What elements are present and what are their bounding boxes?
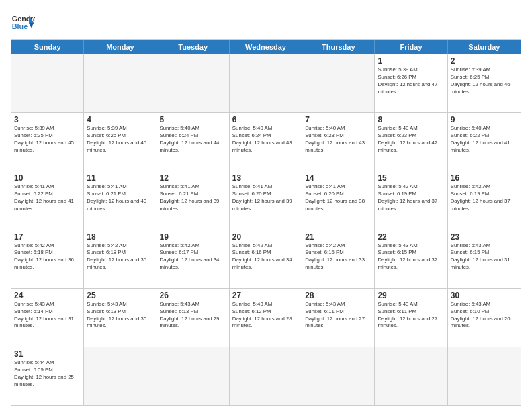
day-number: 17: [14, 232, 81, 242]
cell-info: Sunrise: 5:41 AM Sunset: 6:20 PM Dayligh…: [232, 183, 299, 213]
calendar-cell: 20Sunrise: 5:42 AM Sunset: 6:16 PM Dayli…: [230, 230, 302, 288]
calendar-cell: 26Sunrise: 5:43 AM Sunset: 6:13 PM Dayli…: [157, 289, 230, 347]
day-number: 5: [160, 115, 226, 124]
calendar: SundayMondayTuesdayWednesdayThursdayFrid…: [11, 39, 521, 406]
calendar-cell: 13Sunrise: 5:41 AM Sunset: 6:20 PM Dayli…: [230, 171, 302, 229]
header: General Blue: [11, 11, 521, 35]
day-number: 21: [305, 232, 371, 242]
calendar-cell: [230, 347, 302, 405]
calendar-cell: 4Sunrise: 5:39 AM Sunset: 6:25 PM Daylig…: [84, 113, 157, 171]
day-number: 28: [305, 291, 371, 300]
calendar-cell: 31Sunrise: 5:44 AM Sunset: 6:09 PM Dayli…: [11, 347, 84, 405]
calendar-header-row: SundayMondayTuesdayWednesdayThursdayFrid…: [11, 40, 521, 54]
calendar-cell: 23Sunrise: 5:43 AM Sunset: 6:15 PM Dayli…: [448, 230, 521, 288]
calendar-cell: [157, 54, 230, 112]
day-number: 4: [87, 115, 153, 124]
day-number: 12: [160, 173, 226, 183]
cell-info: Sunrise: 5:40 AM Sunset: 6:24 PM Dayligh…: [160, 125, 226, 154]
calendar-cell: 19Sunrise: 5:42 AM Sunset: 6:17 PM Dayli…: [157, 230, 230, 288]
day-number: 30: [451, 291, 518, 300]
cell-info: Sunrise: 5:41 AM Sunset: 6:21 PM Dayligh…: [160, 183, 226, 213]
day-number: 8: [378, 115, 444, 124]
calendar-cell: [11, 54, 84, 112]
calendar-cell: 29Sunrise: 5:43 AM Sunset: 6:11 PM Dayli…: [375, 289, 447, 347]
cell-info: Sunrise: 5:43 AM Sunset: 6:13 PM Dayligh…: [87, 301, 153, 330]
calendar-cell: 27Sunrise: 5:43 AM Sunset: 6:12 PM Dayli…: [230, 289, 302, 347]
day-number: 6: [232, 115, 299, 124]
calendar-body: 1Sunrise: 5:39 AM Sunset: 6:26 PM Daylig…: [11, 54, 521, 405]
calendar-cell: 15Sunrise: 5:42 AM Sunset: 6:19 PM Dayli…: [375, 171, 447, 229]
day-number: 27: [232, 291, 299, 300]
cell-info: Sunrise: 5:40 AM Sunset: 6:24 PM Dayligh…: [232, 125, 299, 154]
calendar-cell: 21Sunrise: 5:42 AM Sunset: 6:16 PM Dayli…: [302, 230, 375, 288]
cell-info: Sunrise: 5:41 AM Sunset: 6:21 PM Dayligh…: [87, 183, 153, 213]
day-number: 23: [451, 232, 518, 242]
day-number: 1: [378, 56, 444, 66]
calendar-cell: 6Sunrise: 5:40 AM Sunset: 6:24 PM Daylig…: [230, 113, 302, 171]
calendar-cell: 3Sunrise: 5:39 AM Sunset: 6:25 PM Daylig…: [11, 113, 84, 171]
day-number: 29: [378, 291, 444, 300]
cell-info: Sunrise: 5:43 AM Sunset: 6:10 PM Dayligh…: [451, 301, 518, 330]
calendar-cell: 9Sunrise: 5:40 AM Sunset: 6:22 PM Daylig…: [448, 113, 521, 171]
weekday-header-saturday: Saturday: [448, 40, 521, 54]
calendar-cell: 1Sunrise: 5:39 AM Sunset: 6:26 PM Daylig…: [375, 54, 447, 112]
calendar-cell: [375, 347, 447, 405]
calendar-row-4: 24Sunrise: 5:43 AM Sunset: 6:14 PM Dayli…: [11, 288, 521, 347]
weekday-header-friday: Friday: [375, 40, 447, 54]
calendar-cell: 24Sunrise: 5:43 AM Sunset: 6:14 PM Dayli…: [11, 289, 84, 347]
page: General Blue SundayMondayTuesdayWednesda…: [0, 0, 532, 411]
cell-info: Sunrise: 5:42 AM Sunset: 6:16 PM Dayligh…: [232, 242, 299, 272]
calendar-cell: [84, 54, 157, 112]
cell-info: Sunrise: 5:43 AM Sunset: 6:15 PM Dayligh…: [378, 242, 444, 272]
logo: General Blue: [11, 11, 35, 35]
day-number: 31: [14, 349, 81, 359]
calendar-cell: 8Sunrise: 5:40 AM Sunset: 6:23 PM Daylig…: [375, 113, 447, 171]
weekday-header-monday: Monday: [84, 40, 157, 54]
calendar-cell: [448, 347, 521, 405]
cell-info: Sunrise: 5:43 AM Sunset: 6:12 PM Dayligh…: [232, 301, 299, 330]
cell-info: Sunrise: 5:42 AM Sunset: 6:16 PM Dayligh…: [305, 242, 371, 272]
svg-marker-3: [29, 23, 34, 28]
day-number: 7: [305, 115, 371, 124]
calendar-row-3: 17Sunrise: 5:42 AM Sunset: 6:18 PM Dayli…: [11, 230, 521, 288]
cell-info: Sunrise: 5:39 AM Sunset: 6:25 PM Dayligh…: [451, 66, 518, 96]
weekday-header-sunday: Sunday: [11, 40, 84, 54]
calendar-cell: 14Sunrise: 5:41 AM Sunset: 6:20 PM Dayli…: [302, 171, 375, 229]
calendar-cell: 12Sunrise: 5:41 AM Sunset: 6:21 PM Dayli…: [157, 171, 230, 229]
day-number: 14: [305, 173, 371, 183]
calendar-row-2: 10Sunrise: 5:41 AM Sunset: 6:22 PM Dayli…: [11, 171, 521, 229]
calendar-cell: 17Sunrise: 5:42 AM Sunset: 6:18 PM Dayli…: [11, 230, 84, 288]
day-number: 10: [14, 173, 81, 183]
weekday-header-wednesday: Wednesday: [230, 40, 302, 54]
day-number: 24: [14, 291, 81, 300]
cell-info: Sunrise: 5:39 AM Sunset: 6:26 PM Dayligh…: [378, 66, 444, 96]
cell-info: Sunrise: 5:42 AM Sunset: 6:19 PM Dayligh…: [378, 183, 444, 213]
day-number: 22: [378, 232, 444, 242]
day-number: 26: [160, 291, 226, 300]
calendar-cell: [302, 54, 375, 112]
cell-info: Sunrise: 5:42 AM Sunset: 6:18 PM Dayligh…: [87, 242, 153, 272]
calendar-cell: 10Sunrise: 5:41 AM Sunset: 6:22 PM Dayli…: [11, 171, 84, 229]
calendar-cell: [157, 347, 230, 405]
calendar-cell: 30Sunrise: 5:43 AM Sunset: 6:10 PM Dayli…: [448, 289, 521, 347]
calendar-cell: [230, 54, 302, 112]
calendar-cell: 2Sunrise: 5:39 AM Sunset: 6:25 PM Daylig…: [448, 54, 521, 112]
calendar-row-0: 1Sunrise: 5:39 AM Sunset: 6:26 PM Daylig…: [11, 54, 521, 112]
calendar-cell: [84, 347, 157, 405]
day-number: 13: [232, 173, 299, 183]
cell-info: Sunrise: 5:40 AM Sunset: 6:22 PM Dayligh…: [451, 125, 518, 154]
calendar-cell: 7Sunrise: 5:40 AM Sunset: 6:23 PM Daylig…: [302, 113, 375, 171]
day-number: 2: [451, 56, 518, 66]
svg-text:Blue: Blue: [12, 22, 28, 30]
cell-info: Sunrise: 5:40 AM Sunset: 6:23 PM Dayligh…: [305, 125, 371, 154]
day-number: 11: [87, 173, 153, 183]
weekday-header-thursday: Thursday: [302, 40, 375, 54]
cell-info: Sunrise: 5:43 AM Sunset: 6:13 PM Dayligh…: [160, 301, 226, 330]
calendar-cell: 25Sunrise: 5:43 AM Sunset: 6:13 PM Dayli…: [84, 289, 157, 347]
day-number: 3: [14, 115, 81, 124]
cell-info: Sunrise: 5:39 AM Sunset: 6:25 PM Dayligh…: [87, 125, 153, 154]
calendar-row-1: 3Sunrise: 5:39 AM Sunset: 6:25 PM Daylig…: [11, 112, 521, 171]
calendar-cell: [302, 347, 375, 405]
calendar-cell: 11Sunrise: 5:41 AM Sunset: 6:21 PM Dayli…: [84, 171, 157, 229]
cell-info: Sunrise: 5:41 AM Sunset: 6:20 PM Dayligh…: [305, 183, 371, 213]
